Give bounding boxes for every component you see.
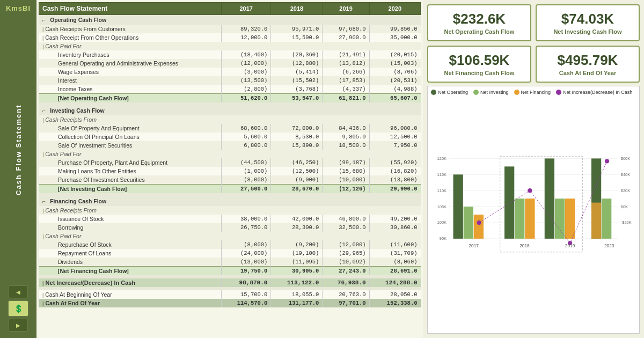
bar-2020-investing	[602, 199, 611, 239]
prev-button[interactable]: ◀	[9, 285, 28, 298]
x-label-2019: 2019	[565, 243, 575, 248]
svg-text:120K: 120K	[437, 156, 447, 161]
table-title: Cash Flow Statement	[39, 3, 222, 15]
x-label-2017: 2017	[469, 243, 479, 248]
kpi-financing-value: $106.59K	[434, 52, 525, 69]
table-row: Dividends (13,000) (11,095) (10,092) (8,…	[39, 258, 421, 267]
chart-svg: 120K 115K 110K 105K 100K 95K $60K $40K $…	[431, 97, 636, 313]
table-row: Repayment Of Loans (24,000) (19,100) (29…	[39, 249, 421, 258]
svg-text:100K: 100K	[437, 220, 447, 225]
table-row: Borrowing 26,750.0 28,300.0 32,500.0 30,…	[39, 223, 421, 232]
net-increase-row: | Net Increase/(Decrease) In Cash 98,870…	[39, 278, 421, 287]
cash-paid-for-2: | Cash Paid For	[39, 150, 421, 158]
table-row: Making Loans To Other Entities (1,000) (…	[39, 167, 421, 175]
operating-header: ⌐Operating Cash Flow	[39, 15, 421, 25]
cash-receipts-from: | Cash Receipts From	[39, 115, 421, 124]
legend-operating-label: Net Operating	[438, 90, 468, 95]
chart-legend: Net Operating Net Investing Net Financin…	[431, 90, 636, 95]
legend-financing-dot	[514, 90, 519, 95]
legend-financing: Net Financing	[514, 90, 551, 95]
legend-investing-dot	[473, 90, 479, 95]
table-row: General Operating and Administrative Exp…	[39, 59, 421, 68]
col-2019: 2019	[323, 3, 369, 15]
cash-receipts-from-2: | Cash Receipts From	[39, 206, 421, 215]
sidebar-nav: ◀ 💲 ▶	[8, 285, 28, 336]
svg-text:105K: 105K	[437, 204, 447, 209]
bar-2019-financing	[565, 199, 575, 239]
kpi-grid: $232.6K Net Operating Cash Flow $74.03K …	[427, 4, 640, 83]
chart-container: Net Operating Net Investing Net Financin…	[427, 86, 640, 334]
legend-operating: Net Operating	[431, 90, 468, 95]
x-label-2018: 2018	[519, 243, 530, 248]
svg-text:$20K: $20K	[621, 188, 630, 193]
bar-2018-financing	[525, 199, 535, 239]
investing-header: ⌐Investing Cash Flow	[39, 106, 421, 115]
kpi-operating: $232.6K Net Operating Cash Flow	[427, 4, 531, 41]
kpi-cash-end-value: $495.79K	[542, 52, 633, 69]
home-button[interactable]: 💲	[8, 300, 28, 317]
kpi-cash-end-label: Cash At End Of Year	[542, 70, 633, 76]
bar-2020-financing	[591, 203, 601, 239]
legend-operating-dot	[431, 90, 436, 95]
cash-paid-for-3: | Cash Paid For	[39, 232, 421, 240]
cash-end-row: | Cash At End Of Year 114,570.0 131,177.…	[39, 299, 421, 307]
kpi-financing: $106.59K Net Financing Cash Flow	[427, 46, 531, 83]
kpi-cash-end: $495.79K Cash At End Of Year	[536, 46, 640, 83]
svg-text:110K: 110K	[437, 188, 447, 193]
next-button[interactable]: ▶	[9, 319, 28, 332]
legend-financing-label: Net Financing	[521, 90, 551, 95]
kpi-investing-value: $74.03K	[542, 11, 633, 27]
right-panel: $232.6K Net Operating Cash Flow $74.03K …	[423, 0, 644, 338]
bar-2017-investing	[464, 207, 473, 239]
svg-text:95K: 95K	[440, 236, 447, 241]
net-investing-row: [Net Investing Cash Flow] 27,500.0 28,67…	[39, 185, 421, 194]
legend-investing-label: Net Investing	[480, 90, 509, 95]
kpi-investing: $74.03K Net Investing Cash Flow	[536, 4, 640, 41]
legend-net-increase: Net Increase(Decrease) In Cash	[556, 90, 632, 95]
bar-2019-investing	[555, 199, 565, 239]
col-2020: 2020	[369, 3, 420, 15]
bar-2017-operating	[453, 174, 463, 239]
table-row: Collection Of Principal On Loans 5,600.0…	[39, 133, 421, 141]
x-label-2020: 2020	[604, 243, 614, 248]
net-increase-line	[479, 161, 607, 243]
kpi-investing-label: Net Investing Cash Flow	[542, 28, 633, 35]
bar-2018-investing	[515, 199, 524, 239]
cash-paid-for-1: | Cash Paid For	[39, 42, 421, 50]
table-row: | Cash Receipts From Customers 89,320.0 …	[39, 25, 421, 33]
legend-net-increase-dot	[556, 90, 561, 95]
net-operating-row: [Net Operating Cash Flow] 51,620.0 53,54…	[39, 94, 421, 103]
table-row: Inventory Purchases (18,400) (20,360) (2…	[39, 50, 421, 59]
bar-2017-financing	[474, 215, 484, 239]
table-row: Income Taxes (2,800) (3,768) (4,337) (4,…	[39, 85, 421, 94]
svg-text:$60K: $60K	[621, 156, 630, 161]
table-row: Sale Of Investment Securities 6,800.0 15…	[39, 141, 421, 150]
table-row: Interest (13,500) (15,502) (17,853) (20,…	[39, 76, 421, 85]
svg-text:-$20K: -$20K	[621, 220, 632, 225]
bar-2019-operating	[545, 158, 554, 238]
dot-2017-net	[477, 221, 481, 225]
sidebar: KmsBI Cash Flow Statement ◀ 💲 ▶	[0, 0, 36, 338]
table-row: | Cash Receipt From Other Operations 12,…	[39, 33, 421, 42]
app-logo: KmsBI	[4, 2, 33, 14]
table-row: Sale Of Property And Equipment 68,600.0 …	[39, 124, 421, 133]
bar-2018-operating	[504, 166, 514, 239]
table-row: Purchase Of Investment Securities (8,000…	[39, 175, 421, 185]
table-area: Cash Flow Statement 2017 2018 2019 2020 …	[36, 0, 423, 338]
table-row: Wage Expenses (3,000) (5,414) (6,266) (8…	[39, 68, 421, 76]
svg-text:115K: 115K	[437, 172, 447, 177]
sidebar-title: Cash Flow Statement	[14, 14, 23, 285]
legend-investing: Net Investing	[473, 90, 509, 95]
svg-text:$0K: $0K	[621, 204, 628, 209]
table-row: Purchase Of Property, Plant And Equipmen…	[39, 158, 421, 167]
financing-header: ⌐Financing Cash Flow	[39, 196, 421, 206]
kpi-operating-value: $232.6K	[434, 11, 525, 27]
legend-net-increase-label: Net Increase(Decrease) In Cash	[563, 90, 632, 95]
kpi-financing-label: Net Financing Cash Flow	[434, 70, 525, 76]
col-2017: 2017	[222, 3, 271, 15]
cash-flow-table: Cash Flow Statement 2017 2018 2019 2020 …	[39, 2, 421, 307]
table-row: | Cash At Beginning Of Year 15,700.0 18,…	[39, 290, 421, 299]
col-2018: 2018	[271, 3, 323, 15]
table-row: Issuance Of Stock 38,000.0 42,000.0 46,8…	[39, 215, 421, 223]
table-row: Repurchase Of Stock (8,000) (9,200) (12,…	[39, 240, 421, 249]
